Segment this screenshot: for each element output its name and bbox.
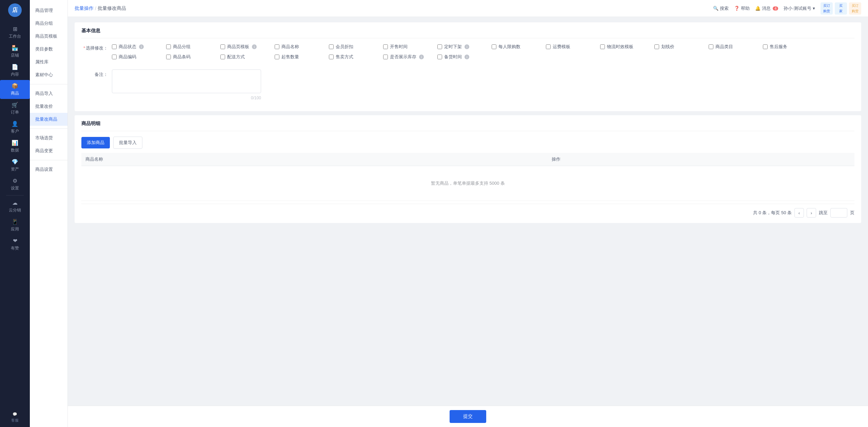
notification-button[interactable]: 🔔 消息 4 [755,5,778,12]
checkbox-member-discount[interactable]: 会员折扣 [329,44,383,50]
sidebar-item-label: 资产 [11,166,19,172]
checkbox-timed-off[interactable]: 定时下架 i [437,44,492,50]
sidebar-item-app[interactable]: 📱 应用 [0,216,30,235]
sub-sidebar-batch-modify[interactable]: 批量改商品 [30,113,67,126]
breadcrumb-parent[interactable]: 批量操作 [75,5,94,12]
content: 基本信息 选择修改： 商品状态 i 商品分组 [68,17,868,406]
sub-sidebar-material-center[interactable]: 素材中心 [30,68,67,81]
sidebar-item-youchan[interactable]: ❤ 有赞 [0,235,30,254]
checkbox-sale-method[interactable]: 售卖方式 [329,54,383,60]
logo-icon: 店 [8,3,22,17]
customer-service[interactable]: 💬 客服 [11,408,19,427]
sidebar-item-label: 设置 [11,185,19,191]
checkbox-sale-method-input[interactable] [329,55,334,59]
checkbox-freight[interactable]: 运费模板 [546,44,600,50]
checkbox-product-category[interactable]: 商品类目 [709,44,763,50]
app1-line2: 购货 [823,9,830,14]
order-icon: 🛒 [12,102,18,108]
checkbox-min-qty[interactable]: 起售数量 [275,54,329,60]
checkbox-logistics-input[interactable] [600,44,605,49]
checkbox-page-template[interactable]: 商品页模板 i [220,44,275,50]
checkbox-strikethrough-input[interactable] [654,44,659,49]
checkbox-product-category-input[interactable] [709,44,713,49]
sub-sidebar-market-select[interactable]: 市场选货 [30,131,67,144]
sidebar-item-content[interactable]: 📄 内容 [0,61,30,80]
sidebar-item-workspace[interactable]: ⊞ 工作台 [0,23,30,42]
remark-textarea[interactable] [112,69,261,93]
sub-sidebar-product-group[interactable]: 商品分组 [30,17,67,30]
checkbox-product-code-input[interactable] [112,55,117,59]
checkbox-delivery-input[interactable] [220,55,225,59]
pagination-page-input[interactable] [830,208,847,218]
checkbox-name[interactable]: 商品名称 [275,44,329,50]
checkbox-freight-input[interactable] [546,44,551,49]
checkbox-status-input[interactable] [112,44,117,49]
sub-sidebar-product-change[interactable]: 商品变更 [30,144,67,157]
checkbox-after-sale-input[interactable] [763,44,768,49]
sidebar-item-store[interactable]: 🏪 店铺 [0,42,30,61]
checkbox-group-input[interactable] [166,44,171,49]
sub-sidebar-attribute-lib[interactable]: 属性库 [30,56,67,68]
sidebar-item-customer[interactable]: 👤 客户 [0,118,30,137]
checkbox-logistics[interactable]: 物流时效模板 [600,44,654,50]
sidebar-item-label: 应用 [11,226,19,232]
sub-sidebar-batch-price[interactable]: 批量改价 [30,100,67,113]
sidebar-item-data[interactable]: 📊 数据 [0,137,30,156]
data-icon: 📊 [12,140,18,146]
checkbox-sale-time-input[interactable] [383,44,388,49]
sidebar-item-yunfen[interactable]: ☁ 云分销 [0,197,30,216]
checkbox-product-barcode[interactable]: 商品条码 [166,54,220,60]
checkbox-prepare-time-label: 备货时间 [444,54,462,60]
checkbox-name-input[interactable] [275,44,279,49]
checkbox-sale-time-label: 开售时间 [390,44,408,50]
batch-import-button[interactable]: 批量导入 [113,137,142,149]
checkbox-show-inventory[interactable]: 是否展示库存 i [383,54,437,60]
checkbox-min-qty-input[interactable] [275,55,279,59]
checkbox-grid: 商品状态 i 商品分组 商品页模板 i 商品名称 [112,44,854,64]
sidebar-item-settings[interactable]: ⚙ 设置 [0,175,30,194]
checkbox-group[interactable]: 商品分组 [166,44,220,50]
pagination-prev[interactable]: ‹ [794,208,804,218]
help-button[interactable]: ❓ 帮助 [734,5,750,12]
cs-icon: 💬 [13,412,17,416]
add-product-button[interactable]: 添加商品 [81,137,110,148]
submit-button[interactable]: 提交 [450,410,486,423]
basic-info-card: 基本信息 选择修改： 商品状态 i 商品分组 [75,22,861,111]
user-info[interactable]: 孙小·测试账号 ▾ [784,5,815,12]
checkbox-member-discount-input[interactable] [329,44,334,49]
checkbox-strikethrough-label: 划线价 [661,44,674,50]
checkbox-delivery[interactable]: 配送方式 [220,54,275,60]
sub-sidebar-product-template[interactable]: 商品页模板 [30,30,67,43]
pagination-next[interactable]: › [807,208,816,218]
checkbox-page-template-label: 商品页模板 [227,44,249,50]
checkbox-timed-off-input[interactable] [437,44,442,49]
checkbox-product-barcode-input[interactable] [166,55,171,59]
status-info-icon: i [139,44,144,49]
checkbox-sale-time[interactable]: 开售时间 [383,44,437,50]
sidebar-item-order[interactable]: 🛒 订单 [0,99,30,118]
sidebar-item-product[interactable]: 📦 商品 [0,80,30,99]
checkbox-prepare-time[interactable]: 备货时间 i [437,54,492,60]
checkbox-page-template-input[interactable] [220,44,225,49]
sidebar-item-label: 有赞 [11,245,19,251]
app-button-3[interactable]: 买订 购货 [849,2,861,15]
sub-sidebar-category-param[interactable]: 类目参数 [30,43,67,56]
checkbox-prepare-time-input[interactable] [437,55,442,59]
remark-field-wrapper: 0/100 [112,69,261,100]
search-button[interactable]: 🔍 搜索 [713,5,729,12]
checkbox-strikethrough[interactable]: 划线价 [654,44,709,50]
sidebar-item-asset[interactable]: 💎 资产 [0,156,30,175]
checkbox-product-code[interactable]: 商品编码 [112,54,166,60]
sub-sidebar-product-manage[interactable]: 商品管理 [30,4,67,17]
sub-sidebar-product-import[interactable]: 商品导入 [30,87,67,100]
app-button-1[interactable]: 买订 购货 [821,2,833,15]
checkbox-show-inventory-input[interactable] [383,55,388,59]
checkbox-after-sale[interactable]: 售后服务 [763,44,817,50]
checkbox-limit-per-input[interactable] [492,44,496,49]
checkbox-limit-per[interactable]: 每人限购数 [492,44,546,50]
app-button-2[interactable]: 买 家 [835,2,847,15]
checkbox-status[interactable]: 商品状态 i [112,44,166,50]
sub-sidebar-product-settings[interactable]: 商品设置 [30,163,67,176]
select-modify-label: 选择修改： [81,44,112,51]
header-right: 🔍 搜索 ❓ 帮助 🔔 消息 4 孙小·测试账号 ▾ 买订 购货 [713,2,861,15]
